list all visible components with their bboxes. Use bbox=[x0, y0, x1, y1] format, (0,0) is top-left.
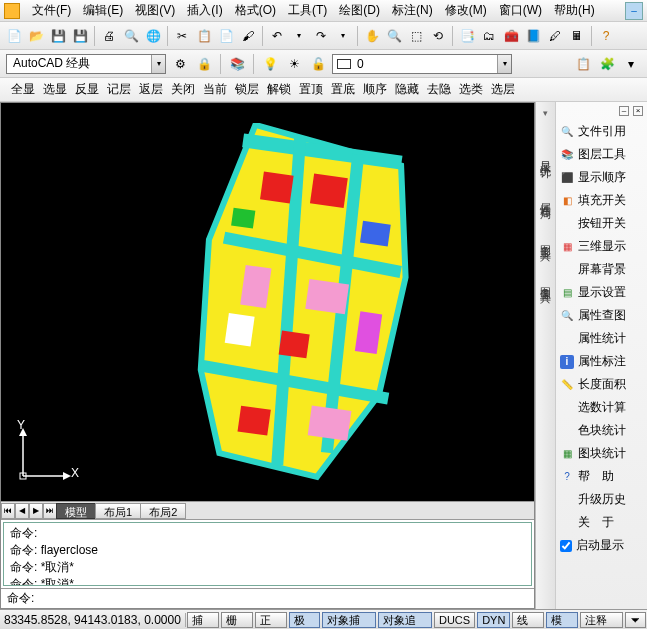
palette-item[interactable]: 📚图层工具 bbox=[558, 143, 645, 166]
startup-toggle[interactable]: 启动显示 bbox=[558, 534, 645, 557]
zoom-prev-icon[interactable]: ⟲ bbox=[428, 26, 448, 46]
menu-modify[interactable]: 修改(M) bbox=[439, 0, 493, 21]
menu-edit[interactable]: 编辑(E) bbox=[77, 0, 129, 21]
palette-item[interactable]: 属性统计 bbox=[558, 327, 645, 350]
filter-btn[interactable]: 选显 bbox=[40, 79, 70, 100]
menu-draw[interactable]: 绘图(D) bbox=[333, 0, 386, 21]
status-toggle[interactable]: 捕捉 bbox=[187, 612, 219, 628]
palette-item[interactable]: 🔍文件引用 bbox=[558, 120, 645, 143]
undo-drop-icon[interactable]: ▾ bbox=[289, 26, 309, 46]
filter-btn[interactable]: 锁层 bbox=[232, 79, 262, 100]
layer-combo[interactable]: 0 ▾ bbox=[332, 54, 512, 74]
palette-item[interactable]: i属性标注 bbox=[558, 350, 645, 373]
minimize-ribbon-button[interactable]: – bbox=[625, 2, 643, 20]
open-icon[interactable]: 📂 bbox=[26, 26, 46, 46]
palette-item[interactable]: 选数计算 bbox=[558, 396, 645, 419]
strip-group-label[interactable]: 图形工具 bbox=[538, 236, 553, 244]
palette-item[interactable]: 屏幕背景 bbox=[558, 258, 645, 281]
status-toggle[interactable]: 极轴 bbox=[289, 612, 321, 628]
tp-icon[interactable]: 🧰 bbox=[501, 26, 521, 46]
filter-btn[interactable]: 顺序 bbox=[360, 79, 390, 100]
filter-btn[interactable]: 关闭 bbox=[168, 79, 198, 100]
menu-dim[interactable]: 标注(N) bbox=[386, 0, 439, 21]
bulb-icon[interactable]: 💡 bbox=[260, 54, 280, 74]
filter-btn[interactable]: 记层 bbox=[104, 79, 134, 100]
command-history[interactable]: 命令: 命令: flayerclose 命令: *取消* 命令: *取消* bbox=[3, 522, 532, 586]
menu-view[interactable]: 视图(V) bbox=[129, 0, 181, 21]
ssm-icon[interactable]: 📘 bbox=[523, 26, 543, 46]
palette-item[interactable]: ⬛显示顺序 bbox=[558, 166, 645, 189]
layer-mgr-icon[interactable]: 📋 bbox=[573, 54, 593, 74]
status-toggle[interactable]: 线宽 bbox=[512, 612, 544, 628]
filter-btn[interactable]: 选层 bbox=[488, 79, 518, 100]
status-toggle[interactable]: 对象追踪 bbox=[378, 612, 432, 628]
workspace-combo[interactable]: AutoCAD 经典 ▾ bbox=[6, 54, 166, 74]
tab-model[interactable]: 模型 bbox=[56, 503, 96, 519]
sun-icon[interactable]: ☀ bbox=[284, 54, 304, 74]
redo-drop-icon[interactable]: ▾ bbox=[333, 26, 353, 46]
model-viewport[interactable]: Y X bbox=[1, 103, 534, 501]
palette-item[interactable]: 🔍属性查图 bbox=[558, 304, 645, 327]
palette-item[interactable]: ▤显示设置 bbox=[558, 281, 645, 304]
filter-btn[interactable]: 置顶 bbox=[296, 79, 326, 100]
palette-min-icon[interactable]: – bbox=[619, 106, 629, 116]
status-more-icon[interactable]: ⏷ bbox=[625, 612, 646, 628]
lock-icon[interactable]: 🔓 bbox=[308, 54, 328, 74]
command-input[interactable] bbox=[34, 592, 528, 606]
status-toggle[interactable]: 正交 bbox=[255, 612, 287, 628]
menu-format[interactable]: 格式(O) bbox=[229, 0, 282, 21]
filter-btn[interactable]: 返层 bbox=[136, 79, 166, 100]
tab-layout2[interactable]: 布局2 bbox=[140, 503, 186, 519]
cut-icon[interactable]: ✂ bbox=[172, 26, 192, 46]
strip-group-label[interactable]: 属性布局 bbox=[538, 194, 553, 202]
tab-last-icon[interactable]: ⏭ bbox=[43, 503, 57, 519]
palette-item[interactable]: 📏长度面积 bbox=[558, 373, 645, 396]
layer-tool-icon[interactable]: 🧩 bbox=[597, 54, 617, 74]
palette-item[interactable]: 按钮开关 bbox=[558, 212, 645, 235]
tab-next-icon[interactable]: ▶ bbox=[29, 503, 43, 519]
calc-icon[interactable]: 🖩 bbox=[567, 26, 587, 46]
tab-first-icon[interactable]: ⏮ bbox=[1, 503, 15, 519]
preview-icon[interactable]: 🔍 bbox=[121, 26, 141, 46]
pan-icon[interactable]: ✋ bbox=[362, 26, 382, 46]
filter-btn[interactable]: 当前 bbox=[200, 79, 230, 100]
palette-close-icon[interactable]: × bbox=[633, 106, 643, 116]
copy-icon[interactable]: 📋 bbox=[194, 26, 214, 46]
props-icon[interactable]: 📑 bbox=[457, 26, 477, 46]
palette-item[interactable]: ▦图块统计 bbox=[558, 442, 645, 465]
status-toggle[interactable]: 对象捕捉 bbox=[322, 612, 376, 628]
status-toggle[interactable]: DYN bbox=[477, 612, 510, 628]
undo-icon[interactable]: ↶ bbox=[267, 26, 287, 46]
menu-help[interactable]: 帮助(H) bbox=[548, 0, 601, 21]
menu-insert[interactable]: 插入(I) bbox=[181, 0, 228, 21]
filter-btn[interactable]: 置底 bbox=[328, 79, 358, 100]
startup-checkbox[interactable] bbox=[560, 540, 572, 552]
save-icon[interactable]: 💾 bbox=[48, 26, 68, 46]
status-toggle[interactable]: DUCS bbox=[434, 612, 475, 628]
filter-btn[interactable]: 反显 bbox=[72, 79, 102, 100]
menu-file[interactable]: 文件(F) bbox=[26, 0, 77, 21]
filter-btn[interactable]: 选类 bbox=[456, 79, 486, 100]
chevron-down-icon[interactable]: ▾ bbox=[497, 55, 511, 73]
palette-item[interactable]: ?帮 助 bbox=[558, 465, 645, 488]
palette-item[interactable]: 关 于 bbox=[558, 511, 645, 534]
dc-icon[interactable]: 🗂 bbox=[479, 26, 499, 46]
zoom-win-icon[interactable]: ⬚ bbox=[406, 26, 426, 46]
match-icon[interactable]: 🖌 bbox=[238, 26, 258, 46]
palette-item[interactable]: 色块统计 bbox=[558, 419, 645, 442]
zoom-rt-icon[interactable]: 🔍 bbox=[384, 26, 404, 46]
menu-window[interactable]: 窗口(W) bbox=[493, 0, 548, 21]
filter-btn[interactable]: 全显 bbox=[8, 79, 38, 100]
publish-icon[interactable]: 🌐 bbox=[143, 26, 163, 46]
filter-btn[interactable]: 去隐 bbox=[424, 79, 454, 100]
palette-item[interactable]: ◧填充开关 bbox=[558, 189, 645, 212]
coordinates-readout[interactable]: 83345.8528, 94143.0183, 0.0000 bbox=[0, 613, 186, 627]
status-toggle[interactable]: 栅格 bbox=[221, 612, 253, 628]
tab-layout1[interactable]: 布局1 bbox=[95, 503, 141, 519]
ws-settings-icon[interactable]: ⚙ bbox=[170, 54, 190, 74]
markup-icon[interactable]: 🖊 bbox=[545, 26, 565, 46]
status-toggle[interactable]: 模型 bbox=[546, 612, 578, 628]
new-icon[interactable]: 📄 bbox=[4, 26, 24, 46]
layer-more-icon[interactable]: ▾ bbox=[621, 54, 641, 74]
strip-group-label[interactable]: 图像工具 bbox=[538, 278, 553, 286]
